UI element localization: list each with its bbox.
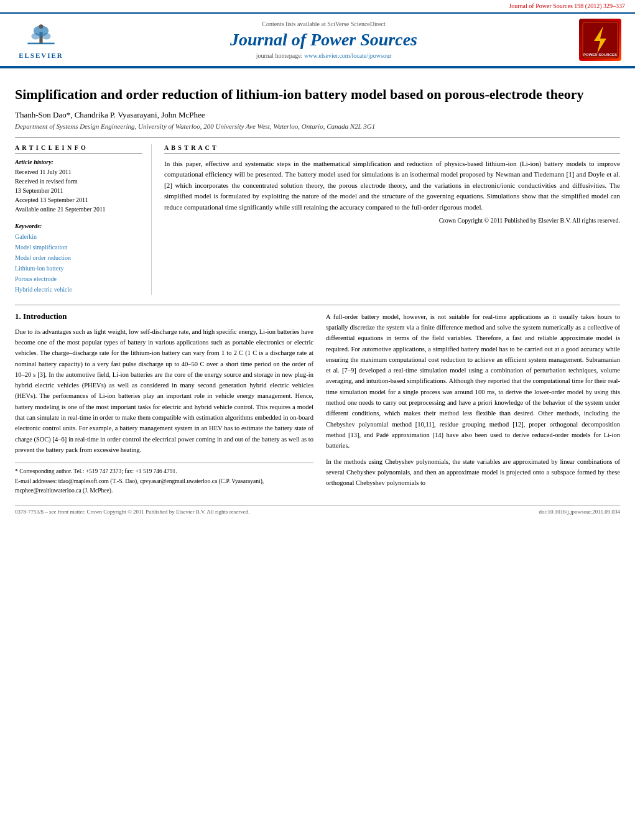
corresponding-author-note: * Corresponding author. Tel.: +519 747 2… — [15, 467, 313, 476]
keyword-hybrid-electric[interactable]: Hybrid electric vehicle — [15, 284, 142, 295]
intro-paragraph3: In the methods using Chebyshev polynomia… — [326, 456, 620, 489]
abstract-copyright: Crown Copyright © 2011 Published by Else… — [164, 217, 620, 224]
svg-point-4 — [42, 33, 51, 39]
elsevier-tree-icon — [22, 21, 60, 49]
article-info-label: A R T I C L E I N F O — [15, 144, 142, 154]
accepted-date: Accepted 13 September 2011 — [15, 195, 142, 205]
keyword-porous-electrode[interactable]: Porous electrode — [15, 274, 142, 284]
power-sources-logo: POWER SOURCES — [575, 19, 625, 61]
page-footer: 0378-7753/$ – see front matter. Crown Co… — [15, 505, 620, 515]
main-content: Simplification and order reduction of li… — [0, 68, 635, 522]
power-sources-icon: POWER SOURCES — [582, 21, 619, 58]
svg-text:POWER SOURCES: POWER SOURCES — [583, 53, 617, 57]
keyword-galerkin[interactable]: Galerkin — [15, 231, 142, 242]
received-date: Received 11 July 2011 — [15, 167, 142, 177]
journal-homepage: journal homepage: www.elsevier.com/locat… — [72, 52, 575, 59]
revised-date: 13 September 2011 — [15, 186, 142, 195]
journal-title-header: Journal of Power Sources — [72, 30, 575, 50]
body-right-col: A full-order battery model, however, is … — [326, 312, 620, 496]
journal-header: ELSEVIER Contents lists available at Sci… — [0, 14, 635, 67]
article-info-abstract: A R T I C L E I N F O Article history: R… — [15, 137, 620, 295]
footer-issn: 0378-7753/$ – see front matter. Crown Co… — [15, 509, 250, 515]
journal-citation-bar: Journal of Power Sources 198 (2012) 329–… — [0, 0, 635, 12]
elsevier-wordmark: ELSEVIER — [19, 52, 63, 59]
journal-header-center: Contents lists available at SciVerse Sci… — [72, 21, 575, 59]
sciverse-line: Contents lists available at SciVerse Sci… — [72, 21, 575, 27]
email-note: E-mail addresses: tdao@maplesoft.com (T.… — [15, 477, 313, 496]
abstract-col: A B S T R A C T In this paper, effective… — [164, 144, 620, 295]
article-info-col: A R T I C L E I N F O Article history: R… — [15, 144, 152, 295]
keywords-label: Keywords: — [15, 223, 142, 229]
intro-paragraph1: Due to its advantages such as light weig… — [15, 326, 313, 456]
elsevier-logo: ELSEVIER — [10, 21, 72, 59]
keyword-lithium-ion[interactable]: Lithium-ion battery — [15, 263, 142, 274]
svg-point-5 — [39, 24, 44, 29]
authors: Thanh-Son Dao*, Chandrika P. Vyasarayani… — [15, 110, 620, 120]
history-label: Article history: — [15, 159, 142, 165]
svg-point-3 — [31, 33, 40, 39]
intro-paragraph2: A full-order battery model, however, is … — [326, 312, 620, 451]
keyword-model-order-reduction[interactable]: Model order reduction — [15, 252, 142, 263]
section-number: 1. — [15, 312, 21, 321]
email-label: E-mail addresses: — [15, 478, 57, 484]
body-left-col: 1. Introduction Due to its advantages su… — [15, 312, 313, 496]
abstract-label: A B S T R A C T — [164, 144, 620, 154]
body-section: 1. Introduction Due to its advantages su… — [15, 305, 620, 515]
abstract-text: In this paper, effective and systematic … — [164, 159, 620, 213]
received-revised-label: Received in revised form — [15, 177, 142, 186]
affiliation: Department of Systems Design Engineering… — [15, 122, 620, 130]
body-two-col: 1. Introduction Due to its advantages su… — [15, 312, 620, 496]
available-date: Available online 21 September 2011 — [15, 205, 142, 214]
homepage-link[interactable]: www.elsevier.com/locate/jpowsour — [304, 52, 391, 59]
footer-doi: doi:10.1016/j.jpowsour.2011.09.034 — [539, 509, 620, 515]
keyword-model-simplification[interactable]: Model simplification — [15, 242, 142, 252]
section-title: Introduction — [23, 312, 67, 321]
power-logo-box: POWER SOURCES — [579, 19, 621, 61]
journal-citation: Journal of Power Sources 198 (2012) 329–… — [509, 2, 625, 9]
footnotes: * Corresponding author. Tel.: +519 747 2… — [15, 463, 313, 496]
author-list: Thanh-Son Dao*, Chandrika P. Vyasarayani… — [15, 110, 205, 119]
keywords-list: Galerkin Model simplification Model orde… — [15, 231, 142, 295]
introduction-heading: 1. Introduction — [15, 312, 313, 321]
paper-title: Simplification and order reduction of li… — [15, 86, 620, 104]
